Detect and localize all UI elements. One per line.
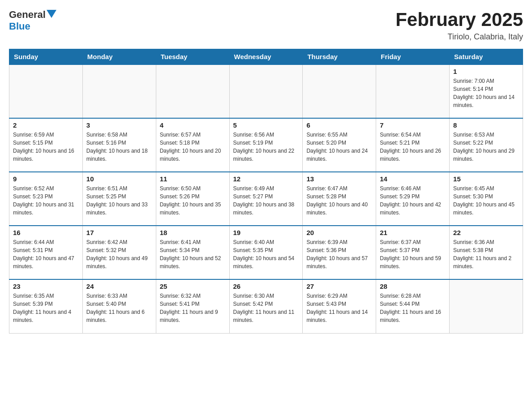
calendar-cell	[376, 64, 450, 118]
day-info: Sunrise: 6:37 AMSunset: 5:37 PMDaylight:…	[380, 238, 446, 270]
day-number: 19	[233, 229, 299, 236]
week-row-1: 1Sunrise: 7:00 AMSunset: 5:14 PMDaylight…	[9, 64, 523, 118]
day-info: Sunrise: 6:53 AMSunset: 5:22 PMDaylight:…	[453, 131, 519, 163]
day-info: Sunrise: 6:46 AMSunset: 5:29 PMDaylight:…	[380, 184, 446, 217]
day-number: 23	[13, 283, 79, 290]
calendar-cell	[9, 64, 83, 118]
calendar-cell	[82, 64, 156, 118]
day-info: Sunrise: 6:42 AMSunset: 5:32 PMDaylight:…	[86, 238, 152, 270]
day-number: 25	[160, 283, 226, 290]
calendar-cell: 11Sunrise: 6:50 AMSunset: 5:26 PMDayligh…	[156, 172, 229, 226]
day-number: 7	[380, 121, 446, 129]
day-info: Sunrise: 6:55 AMSunset: 5:20 PMDaylight:…	[306, 131, 372, 163]
calendar-cell: 24Sunrise: 6:33 AMSunset: 5:40 PMDayligh…	[82, 279, 156, 333]
logo-blue: Blue	[9, 21, 30, 32]
calendar-cell: 19Sunrise: 6:40 AMSunset: 5:35 PMDayligh…	[229, 226, 303, 279]
day-info: Sunrise: 6:28 AMSunset: 5:44 PMDaylight:…	[380, 292, 446, 324]
calendar-title: February 2025	[395, 9, 523, 30]
day-info: Sunrise: 6:49 AMSunset: 5:27 PMDaylight:…	[233, 184, 299, 217]
day-header-thursday: Thursday	[303, 49, 376, 65]
calendar-cell: 2Sunrise: 6:59 AMSunset: 5:15 PMDaylight…	[9, 118, 83, 172]
day-info: Sunrise: 6:45 AMSunset: 5:30 PMDaylight:…	[453, 184, 519, 217]
day-info: Sunrise: 6:30 AMSunset: 5:42 PMDaylight:…	[233, 292, 299, 324]
day-info: Sunrise: 6:54 AMSunset: 5:21 PMDaylight:…	[380, 131, 446, 163]
calendar-cell: 14Sunrise: 6:46 AMSunset: 5:29 PMDayligh…	[376, 172, 450, 226]
day-number: 17	[86, 229, 152, 236]
day-number: 20	[306, 229, 372, 236]
calendar-cell: 21Sunrise: 6:37 AMSunset: 5:37 PMDayligh…	[376, 226, 450, 279]
day-info: Sunrise: 6:47 AMSunset: 5:28 PMDaylight:…	[306, 184, 372, 217]
week-row-5: 23Sunrise: 6:35 AMSunset: 5:39 PMDayligh…	[9, 279, 523, 333]
day-info: Sunrise: 6:41 AMSunset: 5:34 PMDaylight:…	[160, 238, 226, 270]
calendar-cell: 27Sunrise: 6:29 AMSunset: 5:43 PMDayligh…	[303, 279, 376, 333]
day-number: 11	[160, 175, 226, 183]
day-info: Sunrise: 6:39 AMSunset: 5:36 PMDaylight:…	[306, 238, 372, 270]
day-number: 1	[453, 68, 519, 75]
day-number: 4	[160, 121, 226, 129]
calendar-cell	[229, 64, 303, 118]
day-header-monday: Monday	[82, 49, 156, 65]
calendar-cell: 7Sunrise: 6:54 AMSunset: 5:21 PMDaylight…	[376, 118, 450, 172]
day-info: Sunrise: 6:56 AMSunset: 5:19 PMDaylight:…	[233, 131, 299, 163]
calendar-cell: 5Sunrise: 6:56 AMSunset: 5:19 PMDaylight…	[229, 118, 303, 172]
calendar-cell: 9Sunrise: 6:52 AMSunset: 5:23 PMDaylight…	[9, 172, 83, 226]
day-number: 21	[380, 229, 446, 236]
day-number: 22	[453, 229, 519, 236]
day-number: 9	[13, 175, 79, 183]
calendar-cell: 15Sunrise: 6:45 AMSunset: 5:30 PMDayligh…	[450, 172, 523, 226]
calendar-cell: 20Sunrise: 6:39 AMSunset: 5:36 PMDayligh…	[303, 226, 376, 279]
week-row-3: 9Sunrise: 6:52 AMSunset: 5:23 PMDaylight…	[9, 172, 523, 226]
logo-triangle-icon	[47, 10, 56, 18]
day-number: 14	[380, 175, 446, 183]
page-header: General Blue February 2025 Tiriolo, Cala…	[9, 9, 523, 42]
day-number: 3	[86, 121, 152, 129]
calendar-cell: 26Sunrise: 6:30 AMSunset: 5:42 PMDayligh…	[229, 279, 303, 333]
calendar-cell: 6Sunrise: 6:55 AMSunset: 5:20 PMDaylight…	[303, 118, 376, 172]
calendar-cell: 16Sunrise: 6:44 AMSunset: 5:31 PMDayligh…	[9, 226, 83, 279]
day-info: Sunrise: 6:58 AMSunset: 5:16 PMDaylight:…	[86, 131, 152, 163]
day-number: 8	[453, 121, 519, 129]
calendar-cell: 22Sunrise: 6:36 AMSunset: 5:38 PMDayligh…	[450, 226, 523, 279]
day-info: Sunrise: 6:32 AMSunset: 5:41 PMDaylight:…	[160, 292, 226, 324]
calendar-cell: 3Sunrise: 6:58 AMSunset: 5:16 PMDaylight…	[82, 118, 156, 172]
calendar-cell: 10Sunrise: 6:51 AMSunset: 5:25 PMDayligh…	[82, 172, 156, 226]
day-number: 26	[233, 283, 299, 290]
title-block: February 2025 Tiriolo, Calabria, Italy	[395, 9, 523, 42]
calendar-cell: 23Sunrise: 6:35 AMSunset: 5:39 PMDayligh…	[9, 279, 83, 333]
day-info: Sunrise: 6:35 AMSunset: 5:39 PMDaylight:…	[13, 292, 79, 324]
day-header-tuesday: Tuesday	[156, 49, 229, 65]
day-info: Sunrise: 6:33 AMSunset: 5:40 PMDaylight:…	[86, 292, 152, 324]
day-info: Sunrise: 6:59 AMSunset: 5:15 PMDaylight:…	[13, 131, 79, 163]
calendar-cell: 25Sunrise: 6:32 AMSunset: 5:41 PMDayligh…	[156, 279, 229, 333]
day-info: Sunrise: 6:57 AMSunset: 5:18 PMDaylight:…	[160, 131, 226, 163]
day-info: Sunrise: 6:40 AMSunset: 5:35 PMDaylight:…	[233, 238, 299, 270]
day-number: 12	[233, 175, 299, 183]
day-info: Sunrise: 6:29 AMSunset: 5:43 PMDaylight:…	[306, 292, 372, 324]
week-row-2: 2Sunrise: 6:59 AMSunset: 5:15 PMDaylight…	[9, 118, 523, 172]
calendar-cell: 8Sunrise: 6:53 AMSunset: 5:22 PMDaylight…	[450, 118, 523, 172]
day-info: Sunrise: 6:51 AMSunset: 5:25 PMDaylight:…	[86, 184, 152, 217]
day-number: 15	[453, 175, 519, 183]
day-header-sunday: Sunday	[9, 49, 83, 65]
calendar-cell: 4Sunrise: 6:57 AMSunset: 5:18 PMDaylight…	[156, 118, 229, 172]
day-info: Sunrise: 6:50 AMSunset: 5:26 PMDaylight:…	[160, 184, 226, 217]
calendar-cell: 1Sunrise: 7:00 AMSunset: 5:14 PMDaylight…	[450, 64, 523, 118]
calendar-cell: 12Sunrise: 6:49 AMSunset: 5:27 PMDayligh…	[229, 172, 303, 226]
logo: General Blue	[9, 9, 56, 32]
day-number: 13	[306, 175, 372, 183]
calendar-cell	[303, 64, 376, 118]
calendar-subtitle: Tiriolo, Calabria, Italy	[395, 32, 523, 42]
calendar-cell: 13Sunrise: 6:47 AMSunset: 5:28 PMDayligh…	[303, 172, 376, 226]
day-info: Sunrise: 7:00 AMSunset: 5:14 PMDaylight:…	[453, 77, 519, 109]
day-number: 24	[86, 283, 152, 290]
calendar-cell	[450, 279, 523, 333]
logo-general: General	[9, 9, 46, 21]
day-info: Sunrise: 6:44 AMSunset: 5:31 PMDaylight:…	[13, 238, 79, 270]
day-header-friday: Friday	[376, 49, 450, 65]
day-number: 18	[160, 229, 226, 236]
day-number: 2	[13, 121, 79, 129]
calendar-cell: 17Sunrise: 6:42 AMSunset: 5:32 PMDayligh…	[82, 226, 156, 279]
calendar-cell	[156, 64, 229, 118]
day-header-saturday: Saturday	[450, 49, 523, 65]
calendar-cell: 18Sunrise: 6:41 AMSunset: 5:34 PMDayligh…	[156, 226, 229, 279]
